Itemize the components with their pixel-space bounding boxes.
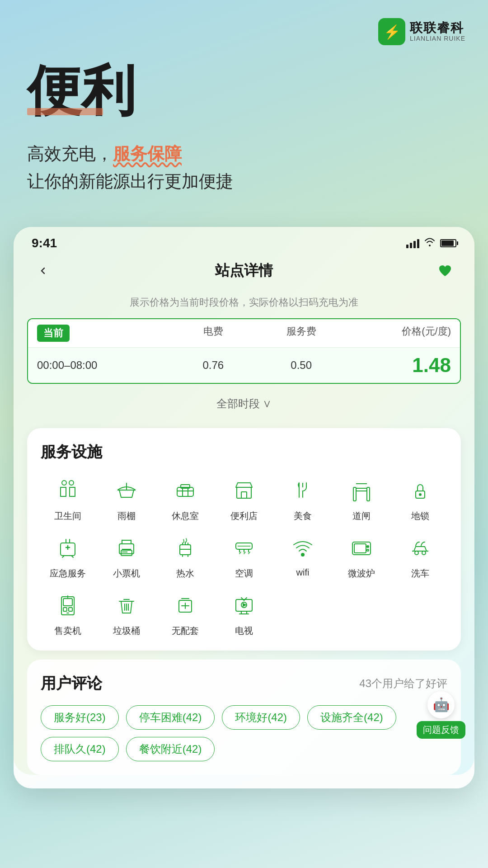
svg-rect-8 xyxy=(356,488,367,491)
tv-icon xyxy=(228,589,260,621)
service-item-trash: 垃圾桶 xyxy=(99,589,154,637)
service-item-gate: 道闸 xyxy=(334,474,389,522)
canopy-icon xyxy=(110,474,143,506)
phone-content: 9:41 xyxy=(14,227,474,775)
all-periods-button[interactable]: 全部时段 ∨ xyxy=(14,388,474,419)
time-range: 00:00–08:00 xyxy=(37,359,169,372)
service-label-wifi: wifi xyxy=(296,567,310,578)
review-tag-4[interactable]: 排队久(42) xyxy=(41,737,119,761)
price-table-header: 当前 电费 服务费 价格(元/度) xyxy=(28,319,460,347)
service-label-tv: 电视 xyxy=(235,625,253,637)
logo-text: 联联睿科 LIANLIAN RUIKE xyxy=(410,21,465,42)
hotwater-icon xyxy=(169,531,202,564)
food-icon xyxy=(286,474,319,506)
service-item-microwave: 微波炉 xyxy=(334,531,389,580)
rest-icon xyxy=(169,474,202,506)
nokit-icon xyxy=(169,589,202,621)
service-label-hotwater: 热水 xyxy=(176,567,194,580)
service-item-rest: 休息室 xyxy=(158,474,212,522)
col-price: 价格(元/度) xyxy=(345,325,451,342)
page-title: 站点详情 xyxy=(215,261,273,281)
svg-marker-30 xyxy=(243,604,246,606)
total-price: 1.48 xyxy=(345,354,451,377)
wifi-icon xyxy=(286,531,319,564)
service-label-printer: 小票机 xyxy=(113,567,140,580)
service-label-canopy: 雨棚 xyxy=(117,510,136,522)
service-item-food: 美食 xyxy=(276,474,330,522)
service-item-store: 便利店 xyxy=(217,474,271,522)
logo-en: LIANLIAN RUIKE xyxy=(410,35,465,42)
service-item-printer: 小票机 xyxy=(99,531,154,580)
svg-point-19 xyxy=(367,546,369,547)
svg-rect-4 xyxy=(237,487,251,498)
hero-subtitle: 高效充电，服务保障 让你的新能源出行更加便捷 xyxy=(27,140,461,195)
signal-icon xyxy=(406,238,419,248)
service-item-toilet: 卫生间 xyxy=(41,474,95,522)
svg-rect-18 xyxy=(354,544,366,553)
reviews-title: 用户评论 xyxy=(41,673,102,694)
service-label-nokit: 无配套 xyxy=(172,625,199,637)
logo: ⚡ 联联睿科 LIANLIAN RUIKE xyxy=(378,18,465,45)
svg-point-20 xyxy=(367,549,369,551)
reviews-card: 用户评论 43个用户给了好评 服务好(23)停车困难(42)环境好(42)设施齐… xyxy=(27,660,461,775)
logo-zh: 联联睿科 xyxy=(410,21,465,35)
service-label-store: 便利店 xyxy=(230,510,258,522)
favorite-button[interactable] xyxy=(434,259,456,282)
service-label-trash: 垃圾桶 xyxy=(113,625,140,637)
battery-icon xyxy=(440,239,456,247)
ac-icon xyxy=(228,531,260,564)
electricity-fee: 0.76 xyxy=(169,359,257,372)
service-item-carwash: 洗车 xyxy=(393,531,447,580)
service-item-canopy: 雨棚 xyxy=(99,474,154,522)
service-item-vending: 售卖机 xyxy=(41,589,95,637)
gate-icon xyxy=(345,474,378,506)
svg-rect-5 xyxy=(241,492,247,498)
service-item-emergency: 应急服务 xyxy=(41,531,95,580)
top-bar: ⚡ 联联睿科 LIANLIAN RUIKE xyxy=(0,0,488,54)
emergency-icon xyxy=(52,531,84,564)
price-row: 00:00–08:00 0.76 0.50 1.48 xyxy=(28,347,460,383)
feedback-button[interactable]: 问题反馈 xyxy=(417,721,465,739)
phone-card-inner: 9:41 xyxy=(14,227,474,775)
service-label-food: 美食 xyxy=(294,510,312,522)
review-tag-0[interactable]: 服务好(23) xyxy=(41,705,119,730)
review-tag-5[interactable]: 餐饮附近(42) xyxy=(126,737,215,761)
service-label-vending: 售卖机 xyxy=(54,625,81,637)
col-electricity: 电费 xyxy=(169,325,257,342)
service-label-emergency: 应急服务 xyxy=(50,567,86,580)
service-label-lock: 地锁 xyxy=(411,510,429,522)
printer-icon xyxy=(110,531,143,564)
svg-point-10 xyxy=(419,494,421,495)
service-label-rest: 休息室 xyxy=(172,510,199,522)
logo-icon: ⚡ xyxy=(378,18,405,45)
back-button[interactable] xyxy=(32,259,54,282)
status-bar: 9:41 xyxy=(14,227,474,255)
svg-point-0 xyxy=(62,481,66,485)
app-header: 站点详情 xyxy=(14,255,474,291)
toilet-icon xyxy=(52,474,84,506)
review-tag-1[interactable]: 停车困难(42) xyxy=(126,705,215,730)
tags-row: 服务好(23)停车困难(42)环境好(42)设施齐全(42)排队久(42)餐饮附… xyxy=(41,705,447,761)
hero-section: 便利 高效充电，服务保障 让你的新能源出行更加便捷 xyxy=(0,54,488,213)
feedback-bot-avatar: 🤖 xyxy=(427,691,455,718)
store-icon xyxy=(228,474,260,506)
service-item-ac: 空调 xyxy=(217,531,271,580)
service-item-hotwater: 热水 xyxy=(158,531,212,580)
service-fee: 0.50 xyxy=(257,359,345,372)
service-label-gate: 道闸 xyxy=(352,510,371,522)
trash-icon xyxy=(110,589,143,621)
svg-point-16 xyxy=(301,553,304,556)
review-tag-3[interactable]: 设施齐全(42) xyxy=(307,705,396,730)
svg-rect-24 xyxy=(63,599,72,606)
review-tag-2[interactable]: 环境好(42) xyxy=(222,705,300,730)
service-label-toilet: 卫生间 xyxy=(54,510,81,522)
svg-rect-26 xyxy=(69,608,72,611)
service-label-ac: 空调 xyxy=(235,567,253,580)
svg-point-22 xyxy=(422,551,426,555)
current-tag: 当前 xyxy=(37,325,70,342)
svg-point-1 xyxy=(69,481,74,485)
svg-point-21 xyxy=(415,551,418,555)
services-grid: 卫生间 雨棚 休息室 便利店 美食 道闸 地锁 应急服务 xyxy=(41,474,447,637)
status-time: 9:41 xyxy=(32,236,57,250)
hero-title: 便利 xyxy=(27,63,136,118)
